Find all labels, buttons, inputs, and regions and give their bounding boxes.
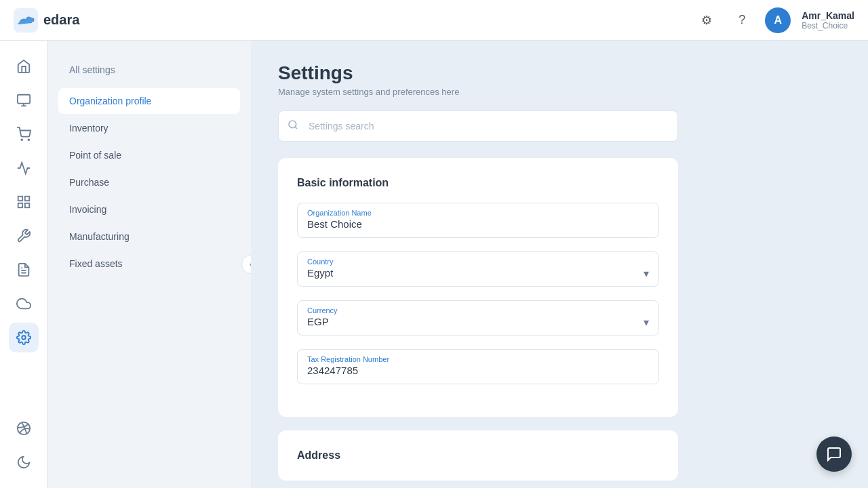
sidebar-item-tools[interactable]: [9, 221, 39, 251]
nav-item-manufacturing[interactable]: Manufacturing: [58, 224, 240, 249]
currency-label: Currency: [307, 306, 649, 314]
org-name-field: Organization Name: [297, 203, 659, 238]
address-card: Address: [278, 430, 678, 481]
svg-rect-7: [24, 197, 28, 201]
sidebar: [0, 41, 47, 488]
svg-rect-6: [18, 197, 22, 201]
help-icon-button[interactable]: ?: [730, 8, 754, 33]
nav-item-org-profile[interactable]: Organization profile: [58, 88, 240, 114]
tax-reg-field-group: Tax Registration Number: [297, 349, 659, 384]
svg-line-15: [295, 127, 297, 129]
nav-item-pos[interactable]: Point of sale: [58, 142, 240, 168]
logo: edara: [14, 8, 79, 33]
country-field: Country Egypt Saudi Arabia UAE Jordan Ku…: [297, 251, 659, 287]
search-input[interactable]: [278, 110, 678, 142]
user-info: Amr_Kamal Best_Choice: [802, 10, 854, 30]
nav-item-fixed-assets[interactable]: Fixed assets: [58, 251, 240, 277]
org-name-input[interactable]: [307, 218, 649, 230]
currency-field-group: Currency EGP USD EUR SAR AED ▾: [297, 300, 659, 336]
basic-info-card: Basic information Organization Name Coun…: [278, 158, 678, 417]
sidebar-item-night[interactable]: [9, 447, 39, 477]
avatar[interactable]: A: [765, 7, 791, 33]
user-name: Amr_Kamal: [802, 10, 854, 21]
tax-reg-field: Tax Registration Number: [297, 349, 659, 384]
settings-search-bar: [278, 110, 678, 142]
tax-reg-input[interactable]: [307, 365, 649, 376]
svg-point-12: [22, 336, 26, 340]
svg-point-4: [21, 139, 22, 140]
org-name-field-group: Organization Name: [297, 203, 659, 238]
sidebar-item-shop[interactable]: [9, 119, 39, 149]
currency-field: Currency EGP USD EUR SAR AED ▾: [297, 300, 659, 336]
search-icon: [288, 119, 298, 133]
page-title: Settings: [278, 62, 841, 84]
nav-item-invoicing[interactable]: Invoicing: [58, 197, 240, 222]
address-title: Address: [297, 449, 659, 462]
currency-select[interactable]: EGP USD EUR SAR AED: [307, 316, 649, 327]
user-org: Best_Choice: [802, 21, 854, 30]
sidebar-item-home[interactable]: [9, 52, 39, 81]
org-name-label: Organization Name: [307, 209, 649, 217]
logo-text: edara: [43, 12, 79, 28]
logo-icon: [14, 8, 38, 33]
currency-select-wrap: EGP USD EUR SAR AED ▾: [307, 316, 649, 328]
nav-item-all-settings[interactable]: All settings: [58, 57, 240, 83]
page-subtitle: Manage system settings and preferences h…: [278, 87, 841, 97]
country-select-wrap: Egypt Saudi Arabia UAE Jordan Kuwait ▾: [307, 267, 649, 279]
basic-info-title: Basic information: [297, 177, 659, 189]
sidebar-item-theme[interactable]: [9, 413, 39, 443]
sidebar-item-grid[interactable]: [9, 187, 39, 217]
svg-point-14: [289, 121, 296, 128]
navbar-right: ⚙ ? A Amr_Kamal Best_Choice: [694, 7, 854, 33]
svg-rect-8: [24, 203, 28, 207]
sidebar-item-analytics[interactable]: [9, 153, 39, 183]
svg-rect-1: [17, 95, 29, 104]
sidebar-item-cloud[interactable]: [9, 289, 39, 319]
sidebar-item-reports[interactable]: [9, 255, 39, 285]
chat-button[interactable]: [816, 436, 852, 472]
sidebar-item-pos[interactable]: [9, 85, 39, 115]
navbar: edara ⚙ ? A Amr_Kamal Best_Choice: [0, 0, 868, 41]
sidebar-item-settings[interactable]: [9, 323, 39, 352]
settings-icon-button[interactable]: ⚙: [694, 8, 719, 33]
settings-nav-panel: All settings Organization profile Invent…: [47, 41, 251, 488]
collapse-nav-button[interactable]: ‹: [241, 255, 251, 274]
nav-item-inventory[interactable]: Inventory: [58, 115, 240, 141]
country-select[interactable]: Egypt Saudi Arabia UAE Jordan Kuwait: [307, 267, 649, 279]
country-field-group: Country Egypt Saudi Arabia UAE Jordan Ku…: [297, 251, 659, 287]
nav-item-purchase[interactable]: Purchase: [58, 169, 240, 195]
country-label: Country: [307, 258, 649, 266]
tax-reg-label: Tax Registration Number: [307, 355, 649, 363]
main-content: Settings Manage system settings and pref…: [251, 41, 868, 488]
svg-rect-9: [18, 203, 22, 207]
svg-point-5: [28, 139, 29, 140]
